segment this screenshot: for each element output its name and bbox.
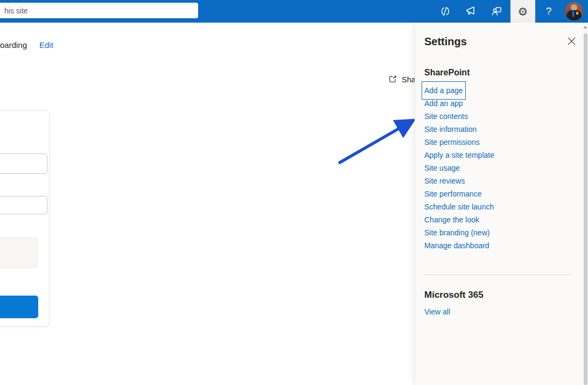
share-icon bbox=[388, 74, 398, 86]
search-input[interactable]: his site bbox=[0, 3, 198, 18]
settings-link-schedule-site-launch[interactable]: Schedule site launch bbox=[424, 200, 494, 213]
form-card bbox=[0, 110, 50, 327]
settings-link-change-the-look[interactable]: Change the look bbox=[424, 213, 479, 226]
settings-link-apply-a-site-template[interactable]: Apply a site template bbox=[424, 149, 494, 162]
settings-link-add-a-page[interactable]: Add a page bbox=[424, 84, 463, 97]
account-avatar[interactable] bbox=[565, 2, 583, 20]
sharepoint-links-list: Add a page Add an app Site contents Site… bbox=[424, 84, 494, 252]
feedback-button[interactable] bbox=[458, 0, 483, 23]
suite-bar: his site ⚙ ? bbox=[0, 0, 588, 23]
megaphone-icon bbox=[464, 5, 477, 18]
settings-panel-title: Settings bbox=[424, 36, 467, 48]
presenter-icon bbox=[490, 5, 503, 18]
close-settings-button[interactable] bbox=[564, 34, 579, 50]
settings-link-site-information[interactable]: Site information bbox=[424, 123, 477, 136]
avatar-lanyard bbox=[572, 11, 574, 17]
settings-link-site-usage[interactable]: Site usage bbox=[424, 162, 460, 174]
scroll-up-icon[interactable] bbox=[583, 26, 587, 29]
form-primary-button[interactable] bbox=[0, 296, 38, 318]
form-text-field-2[interactable] bbox=[0, 196, 47, 214]
settings-link-site-branding-new[interactable]: Site branding (new) bbox=[424, 226, 489, 239]
presenter-button[interactable] bbox=[484, 0, 509, 23]
share-button-label: Sha bbox=[402, 75, 416, 84]
settings-link-add-an-app[interactable]: Add an app bbox=[424, 97, 463, 110]
share-button[interactable]: Sha bbox=[388, 74, 416, 86]
help-button[interactable]: ? bbox=[536, 0, 561, 23]
settings-link-site-contents[interactable]: Site contents bbox=[424, 110, 468, 123]
panel-scrollbar[interactable] bbox=[583, 23, 588, 385]
page-title-partial: oarding bbox=[0, 40, 27, 50]
form-text-field-1[interactable] bbox=[0, 153, 47, 174]
edit-link[interactable]: Edit bbox=[39, 40, 53, 50]
avatar-body bbox=[566, 10, 582, 20]
scrollbar-thumb[interactable] bbox=[584, 33, 587, 385]
code-button[interactable] bbox=[433, 0, 458, 23]
close-icon bbox=[568, 37, 576, 47]
settings-panel: Settings SharePoint Add a page Add an ap… bbox=[415, 23, 588, 385]
annotation-arrow-icon bbox=[326, 105, 425, 172]
avatar-badge bbox=[576, 12, 578, 15]
view-all-link[interactable]: View all bbox=[424, 307, 450, 316]
m365-section-heading: Microsoft 365 bbox=[424, 290, 484, 300]
help-icon: ? bbox=[546, 5, 552, 17]
settings-link-site-performance[interactable]: Site performance bbox=[424, 187, 482, 200]
gear-icon: ⚙ bbox=[518, 6, 528, 17]
settings-link-manage-dashboard[interactable]: Manage dashboard bbox=[424, 239, 489, 252]
settings-link-site-permissions[interactable]: Site permissions bbox=[424, 136, 480, 149]
form-disabled-field bbox=[0, 237, 38, 268]
panel-divider bbox=[424, 275, 571, 275]
settings-gear-button[interactable]: ⚙ bbox=[510, 0, 535, 23]
search-input-value: his site bbox=[4, 6, 28, 15]
code-icon bbox=[439, 5, 452, 18]
sharepoint-section-heading: SharePoint bbox=[424, 68, 470, 78]
settings-link-site-reviews[interactable]: Site reviews bbox=[424, 174, 465, 187]
